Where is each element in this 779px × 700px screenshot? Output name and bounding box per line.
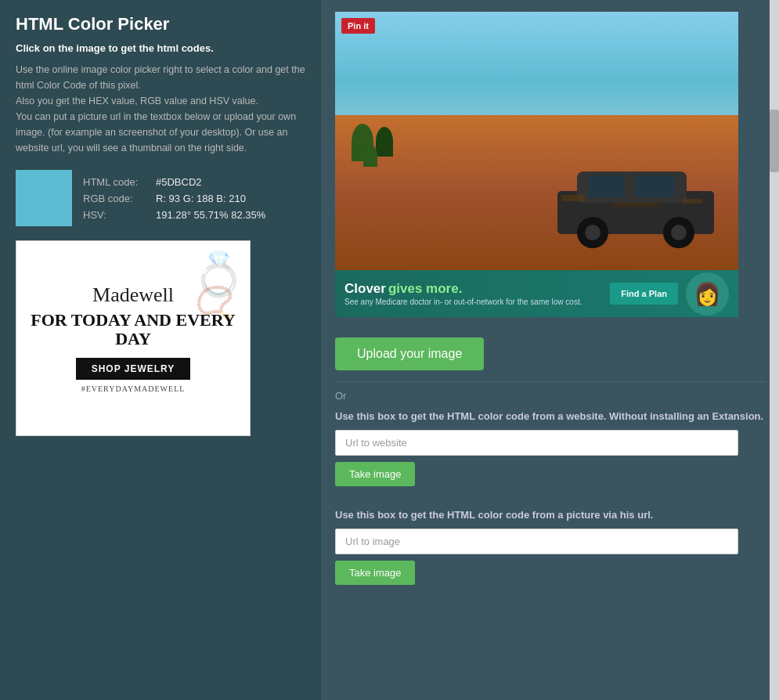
hsv-label: HSV: [83, 209, 150, 221]
image-url-label: Use this box to get the HTML color code … [335, 508, 765, 522]
page-title: HTML Color Picker [16, 14, 305, 34]
rgb-code-value: R: 93 G: 188 B: 210 [156, 193, 246, 204]
pinterest-button[interactable]: Pin it [341, 18, 375, 34]
ad-banner-brand-highlight: gives more. [388, 281, 463, 297]
rgb-code-label: RGB code: [83, 193, 150, 204]
website-url-section: Use this box to get the HTML color code … [335, 410, 765, 497]
ad-banner-sub: See any Medicare doctor in- or out-of-ne… [344, 297, 602, 307]
svg-rect-2 [589, 175, 624, 197]
website-url-input[interactable] [335, 430, 738, 456]
ad-banner-person: 👩 [686, 272, 729, 316]
page-subtitle: Click on the image to get the html codes… [16, 42, 305, 54]
or-divider: Or [335, 381, 765, 402]
scrollbar-track[interactable] [770, 0, 779, 700]
html-code-value: #5DBCD2 [156, 176, 202, 188]
website-url-label: Use this box to get the HTML color code … [335, 410, 765, 424]
image-take-image-button[interactable]: Take image [335, 561, 415, 585]
upload-image-button[interactable]: Upload your image [335, 337, 484, 370]
scrollbar-thumb[interactable] [770, 110, 779, 172]
svg-rect-10 [612, 203, 659, 207]
website-take-image-button[interactable]: Take image [335, 462, 415, 486]
ad-brand: Madewell [92, 283, 174, 307]
color-info-box: HTML code: #5DBCD2 RGB code: R: 93 G: 18… [16, 170, 305, 226]
sidebar: HTML Color Picker Click on the image to … [0, 0, 321, 700]
color-swatch [16, 170, 72, 226]
ad-hashtag: #EVERYDAYMADEWELL [81, 384, 186, 393]
image-section: Pin it Clover gives more. See any Medica… [335, 12, 765, 330]
page-description: Use the online image color picker right … [16, 62, 305, 156]
car-image [550, 148, 722, 250]
ad-banner-brand: Clover [344, 281, 386, 297]
main-image[interactable]: Pin it [335, 12, 738, 270]
svg-point-7 [671, 225, 687, 240]
image-url-input[interactable] [335, 529, 738, 554]
svg-point-5 [585, 225, 600, 240]
hsv-value: 191.28° 55.71% 82.35% [156, 209, 265, 221]
advertisement-box: 💍 📿 Madewell FOR TODAY AND EVERY DAY SHO… [16, 240, 251, 436]
svg-rect-9 [683, 199, 702, 204]
svg-rect-3 [636, 175, 675, 197]
image-url-section: Use this box to get the HTML color code … [335, 508, 765, 596]
ad-banner: Clover gives more. See any Medicare doct… [335, 270, 738, 317]
main-area: Pin it Clover gives more. See any Medica… [321, 0, 779, 700]
svg-rect-8 [561, 195, 585, 201]
html-code-label: HTML code: [83, 176, 150, 188]
color-details: HTML code: #5DBCD2 RGB code: R: 93 G: 18… [83, 170, 265, 226]
ad-shop-button[interactable]: SHOP JEWELRY [76, 358, 191, 380]
ad-tagline: FOR TODAY AND EVERY DAY [16, 311, 250, 348]
ad-banner-cta-button[interactable]: Find a Plan [610, 283, 678, 305]
